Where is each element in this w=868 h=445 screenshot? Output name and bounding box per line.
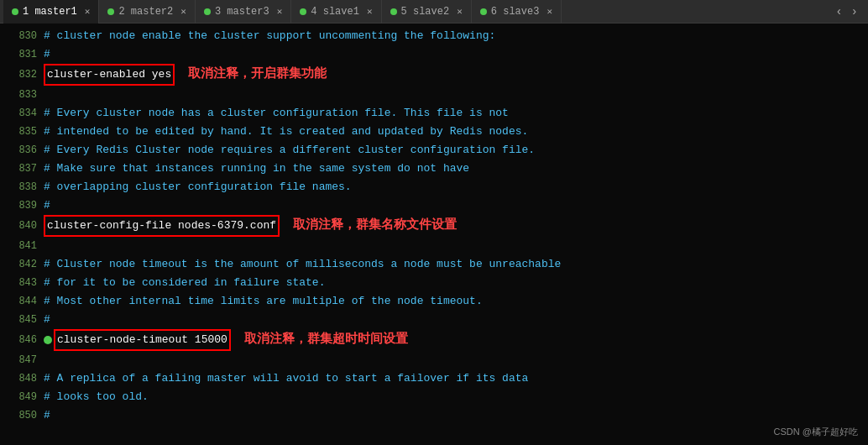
- watermark: CSDN @橘子超好吃: [774, 426, 858, 438]
- line-number: 831: [7, 45, 37, 64]
- tab-label-5: 5 slave2: [401, 6, 450, 18]
- line-number: 841: [7, 237, 37, 255]
- code-line: 843# for it to be considered in failure …: [0, 274, 868, 292]
- tab-close-2[interactable]: ✕: [180, 6, 186, 17]
- tab-label-4: 4 slave1: [311, 6, 359, 18]
- code-line: 831#: [0, 45, 868, 64]
- line-content: cluster-node-timeout 15000取消注释，群集超时时间设置: [44, 329, 408, 351]
- line-number: 832: [7, 65, 37, 84]
- line-content: # intended to be edited by hand. It is c…: [44, 123, 528, 141]
- code-line: 838# overlapping cluster configuration f…: [0, 178, 868, 196]
- line-content: #: [44, 406, 50, 425]
- line-content: #: [44, 196, 50, 215]
- code-line: 844# Most other internal time limits are…: [0, 292, 868, 311]
- line-content: # Every cluster node has a cluster confi…: [44, 104, 509, 123]
- code-line: 847: [0, 351, 868, 369]
- code-line: 848# A replica of a failing master will …: [0, 369, 868, 388]
- line-number: 830: [7, 27, 37, 45]
- tab-label-6: 6 slave3: [491, 6, 540, 18]
- line-content: # A replica of a failing master will avo…: [44, 369, 528, 388]
- green-dot-icon: [44, 336, 52, 344]
- code-line: 839#: [0, 196, 868, 215]
- line-number: 835: [7, 123, 37, 141]
- tab-slave3[interactable]: 6 slave3 ✕: [472, 0, 562, 24]
- code-line: 846cluster-node-timeout 15000取消注释，群集超时时间…: [0, 329, 868, 351]
- highlighted-command: cluster-enabled yes: [44, 64, 175, 86]
- line-number: 840: [7, 217, 37, 235]
- line-content: # cluster node enable the cluster suppor…: [44, 27, 495, 45]
- tab-dot-1: [12, 8, 18, 15]
- line-content: # Most other internal time limits are mu…: [44, 292, 483, 311]
- tab-close-6[interactable]: ✕: [546, 6, 552, 17]
- line-number: 844: [7, 292, 37, 311]
- tab-master1[interactable]: 1 master1 ✕: [3, 0, 99, 24]
- line-number: 842: [7, 255, 37, 274]
- tab-label-3: 3 master3: [215, 6, 269, 18]
- line-content: cluster-config-file nodes-6379.conf取消注释，…: [44, 215, 457, 237]
- code-line: 849# looks too old.: [0, 388, 868, 406]
- code-line: 833: [0, 86, 868, 104]
- tab-slave1[interactable]: 4 slave1 ✕: [291, 0, 381, 24]
- tab-master3[interactable]: 3 master3 ✕: [196, 0, 291, 24]
- line-content: # looks too old.: [44, 388, 149, 406]
- line-number: 836: [7, 141, 37, 160]
- highlighted-command: cluster-config-file nodes-6379.conf: [44, 215, 280, 237]
- tab-dot-2: [107, 8, 114, 15]
- line-content: # Make sure that instances running in th…: [44, 160, 469, 178]
- line-content: cluster-enabled yes取消注释，开启群集功能: [44, 64, 327, 86]
- code-line: 835# intended to be edited by hand. It i…: [0, 123, 868, 141]
- tab-dot-4: [300, 8, 306, 15]
- tab-master2[interactable]: 2 master2 ✕: [99, 0, 195, 24]
- code-line: 842# Cluster node timeout is the amount …: [0, 255, 868, 274]
- line-number: 845: [7, 311, 37, 329]
- line-number: 847: [7, 351, 37, 369]
- tab-dot-6: [480, 8, 487, 15]
- tab-label-2: 2 master2: [118, 6, 173, 18]
- annotation-text: 取消注释，开启群集功能: [188, 64, 327, 82]
- annotation-text: 取消注释，群集名称文件设置: [293, 215, 457, 233]
- tab-close-3[interactable]: ✕: [277, 6, 283, 17]
- line-number: 843: [7, 274, 37, 292]
- line-number: 834: [7, 104, 37, 123]
- line-content: #: [44, 45, 50, 64]
- line-number: 846: [7, 331, 37, 349]
- code-line: 841: [0, 237, 868, 255]
- code-line: 834# Every cluster node has a cluster co…: [0, 104, 868, 123]
- line-content: # overlapping cluster configuration file…: [44, 178, 352, 196]
- line-number: 850: [7, 406, 37, 425]
- code-line: 830# cluster node enable the cluster sup…: [0, 27, 868, 45]
- tab-close-4[interactable]: ✕: [367, 6, 373, 17]
- code-line: 845#: [0, 311, 868, 329]
- annotation-text: 取消注释，群集超时时间设置: [244, 329, 408, 348]
- tab-label-1: 1 master1: [23, 6, 77, 18]
- tab-dot-3: [204, 8, 211, 15]
- line-content: #: [44, 311, 50, 329]
- code-line: 850#: [0, 406, 868, 425]
- line-number: 838: [7, 178, 37, 196]
- tab-nav: ‹ ›: [829, 5, 865, 18]
- line-content: # Every Redis Cluster node requires a di…: [44, 141, 535, 160]
- tab-dot-5: [390, 8, 397, 15]
- highlighted-command: cluster-node-timeout 15000: [54, 329, 231, 351]
- tab-bar: 1 master1 ✕ 2 master2 ✕ 3 master3 ✕ 4 sl…: [0, 0, 868, 24]
- tab-prev-button[interactable]: ‹: [832, 5, 845, 18]
- code-line: 836# Every Redis Cluster node requires a…: [0, 141, 868, 160]
- line-number: 849: [7, 388, 37, 406]
- tab-close-5[interactable]: ✕: [457, 6, 463, 17]
- line-content: # Cluster node timeout is the amount of …: [44, 255, 561, 274]
- tab-close-1[interactable]: ✕: [85, 6, 91, 17]
- tab-slave2[interactable]: 5 slave2 ✕: [382, 0, 472, 24]
- line-number: 833: [7, 86, 37, 104]
- line-number: 839: [7, 196, 37, 215]
- code-line: 837# Make sure that instances running in…: [0, 160, 868, 178]
- line-content: # for it to be considered in failure sta…: [44, 274, 325, 292]
- code-line: 832cluster-enabled yes取消注释，开启群集功能: [0, 64, 868, 86]
- line-number: 848: [7, 369, 37, 388]
- code-area: 830# cluster node enable the cluster sup…: [0, 24, 868, 445]
- code-line: 840cluster-config-file nodes-6379.conf取消…: [0, 215, 868, 237]
- tab-next-button[interactable]: ›: [848, 5, 861, 18]
- line-number: 837: [7, 160, 37, 178]
